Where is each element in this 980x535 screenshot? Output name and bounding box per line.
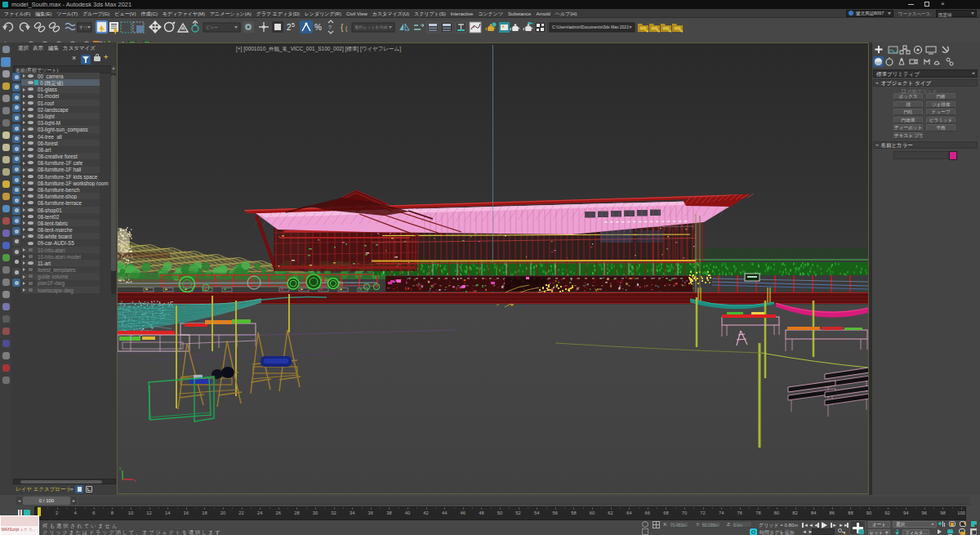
svg-text:{: { bbox=[341, 23, 344, 32]
svg-text:すべ: すべ bbox=[79, 25, 87, 29]
svg-text:選択セットを作成: 選択セットを作成 bbox=[354, 25, 387, 29]
svg-text:(: ( bbox=[345, 25, 348, 32]
svg-text:C:\Users\admin\Documents\3ds M: C:\Users\admin\Documents\3ds Max 2021 bbox=[552, 25, 629, 29]
svg-text:%: % bbox=[314, 23, 322, 32]
svg-text:ビュー: ビュー bbox=[206, 25, 218, 29]
svg-text:5: 5 bbox=[292, 22, 295, 28]
svg-text:?: ? bbox=[328, 25, 332, 30]
